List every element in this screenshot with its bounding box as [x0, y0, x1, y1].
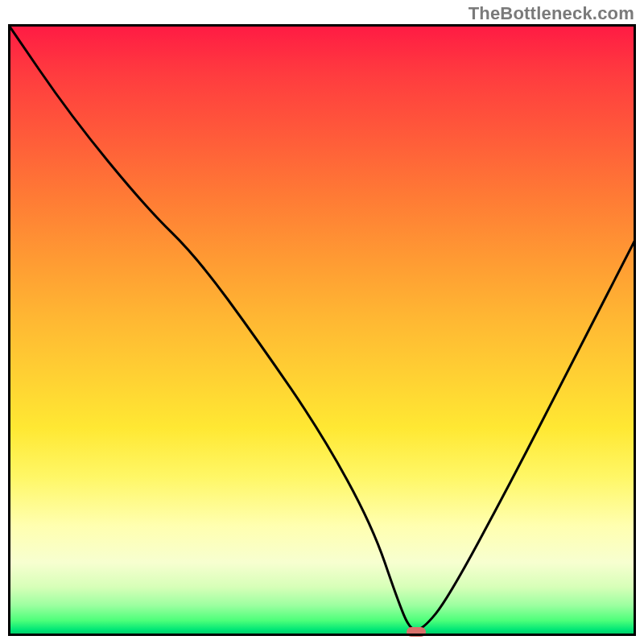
chart-area [8, 24, 636, 636]
bottleneck-curve [8, 24, 636, 636]
bottleneck-curve-path [8, 24, 636, 630]
optimal-marker [407, 627, 426, 637]
watermark-text: TheBottleneck.com [469, 3, 634, 24]
